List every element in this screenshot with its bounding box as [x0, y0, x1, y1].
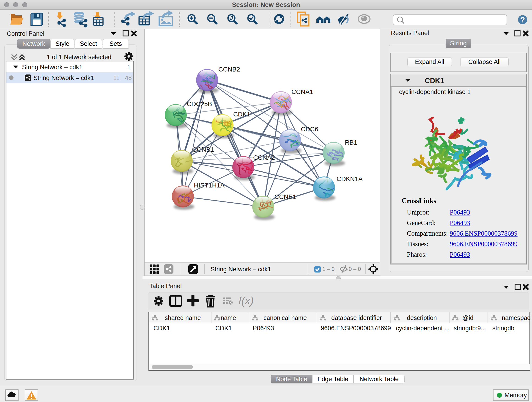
svg-text:String Network – cdk1: String Network – cdk1 — [33, 75, 94, 81]
svg-text:CCNA1: CCNA1 — [291, 88, 313, 95]
svg-text:1 of 1 Network selected: 1 of 1 Network selected — [47, 54, 111, 61]
svg-text:11: 11 — [113, 75, 120, 81]
svg-text:CDK1: CDK1 — [425, 77, 444, 85]
svg-text:CCNB1: CCNB1 — [192, 146, 214, 153]
svg-text:1: 1 — [127, 64, 131, 70]
svg-text:CCNA2: CCNA2 — [253, 154, 275, 161]
svg-text:String Network – cdk1: String Network – cdk1 — [210, 266, 271, 273]
svg-text:HIST1H1A: HIST1H1A — [194, 182, 225, 189]
svg-text:CCNB2: CCNB2 — [218, 66, 240, 73]
svg-text:CCNE1: CCNE1 — [274, 193, 296, 200]
svg-text:String Network – cdk1: String Network – cdk1 — [22, 64, 82, 70]
svg-text:CDK1: CDK1 — [233, 111, 250, 118]
svg-text:?: ? — [520, 15, 525, 24]
svg-text:CDKN1A: CDKN1A — [336, 175, 363, 182]
svg-text:1 – 0: 1 – 0 — [322, 266, 335, 272]
svg-text:CDC6: CDC6 — [301, 126, 318, 133]
svg-text:RB1: RB1 — [345, 139, 357, 146]
svg-text:0 – 0: 0 – 0 — [349, 266, 361, 272]
svg-text:f(x): f(x) — [239, 295, 254, 307]
svg-text:CDC25B: CDC25B — [187, 100, 212, 108]
svg-text:Memory: Memory — [505, 392, 527, 399]
svg-text:48: 48 — [125, 75, 132, 81]
